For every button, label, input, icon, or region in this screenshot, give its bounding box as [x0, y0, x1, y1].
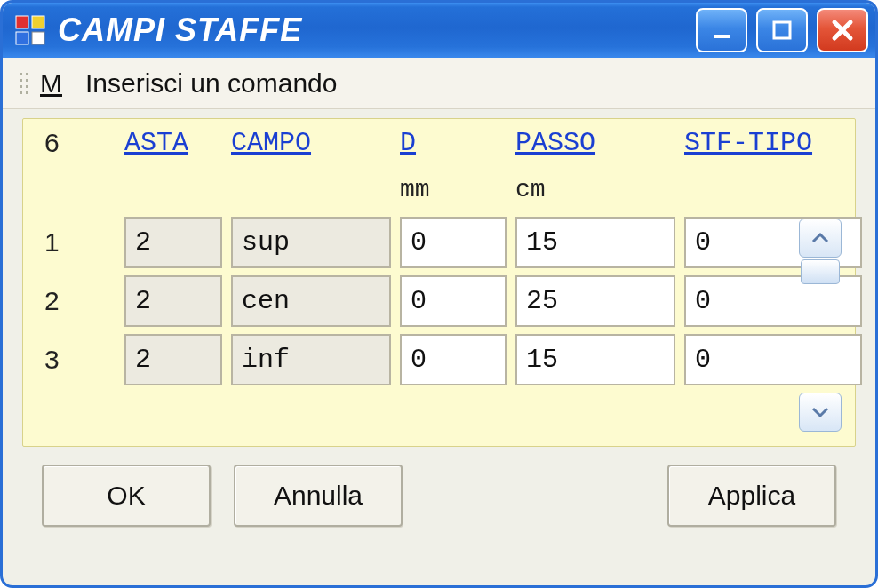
data-grid: 6 ASTA CAMPO D PASSO STF-TIPO mm cm 1 2 …	[36, 128, 842, 385]
cell-d[interactable]: 0	[400, 217, 507, 268]
close-button[interactable]	[817, 8, 868, 52]
ok-button[interactable]: OK	[42, 465, 211, 527]
data-panel: 6 ASTA CAMPO D PASSO STF-TIPO mm cm 1 2 …	[22, 118, 856, 447]
titlebar[interactable]: CAMPI STAFFE	[3, 3, 875, 58]
col-header-campo[interactable]: CAMPO	[231, 128, 391, 169]
cell-passo[interactable]: 15	[515, 334, 675, 385]
dialog-buttons: OK Annulla Applica	[22, 447, 856, 527]
row-number: 2	[36, 286, 116, 316]
col-header-asta[interactable]: ASTA	[124, 128, 222, 169]
maximize-button[interactable]	[756, 8, 808, 52]
cell-passo[interactable]: 15	[515, 217, 675, 268]
cell-asta[interactable]: 2	[124, 334, 222, 385]
svg-rect-1	[32, 16, 44, 28]
menu-m[interactable]: M	[40, 68, 62, 99]
svg-rect-0	[16, 16, 28, 28]
cell-d[interactable]: 0	[400, 334, 507, 385]
row-count: 6	[36, 128, 116, 169]
scroll-down-button[interactable]	[799, 393, 842, 432]
unit-d: mm	[400, 176, 507, 210]
menubar: M Inserisci un comando	[3, 58, 875, 109]
minimize-button[interactable]	[696, 8, 747, 52]
row-number: 3	[36, 345, 116, 375]
unit-passo: cm	[515, 176, 675, 210]
cell-campo[interactable]: inf	[231, 334, 391, 385]
svg-rect-4	[714, 35, 730, 38]
cell-passo[interactable]: 25	[515, 275, 675, 327]
titlebar-buttons	[696, 8, 868, 52]
svg-rect-5	[774, 22, 790, 38]
vertical-scrollbar[interactable]	[798, 219, 842, 432]
col-header-d[interactable]: D	[400, 128, 507, 169]
svg-rect-2	[16, 32, 28, 44]
cell-campo[interactable]: cen	[231, 275, 391, 327]
command-hint: Inserisci un comando	[85, 68, 337, 99]
window-title: CAMPI STAFFE	[58, 12, 302, 49]
scroll-up-button[interactable]	[799, 219, 842, 258]
cell-d[interactable]: 0	[400, 275, 507, 327]
app-icon	[15, 15, 45, 45]
svg-rect-3	[32, 32, 44, 44]
dialog-window: CAMPI STAFFE M Inserisci un comando	[0, 0, 878, 588]
apply-button[interactable]: Applica	[667, 465, 836, 527]
row-number: 1	[36, 227, 116, 258]
toolbar-grip-icon	[19, 71, 28, 96]
cancel-button[interactable]: Annulla	[234, 465, 403, 527]
col-header-passo[interactable]: PASSO	[515, 128, 675, 169]
col-header-stftipo[interactable]: STF-TIPO	[684, 128, 862, 169]
cell-asta[interactable]: 2	[124, 275, 222, 327]
scroll-thumb[interactable]	[801, 259, 840, 284]
content-area: 6 ASTA CAMPO D PASSO STF-TIPO mm cm 1 2 …	[3, 109, 875, 585]
cell-asta[interactable]: 2	[124, 217, 222, 268]
cell-campo[interactable]: sup	[231, 217, 391, 268]
